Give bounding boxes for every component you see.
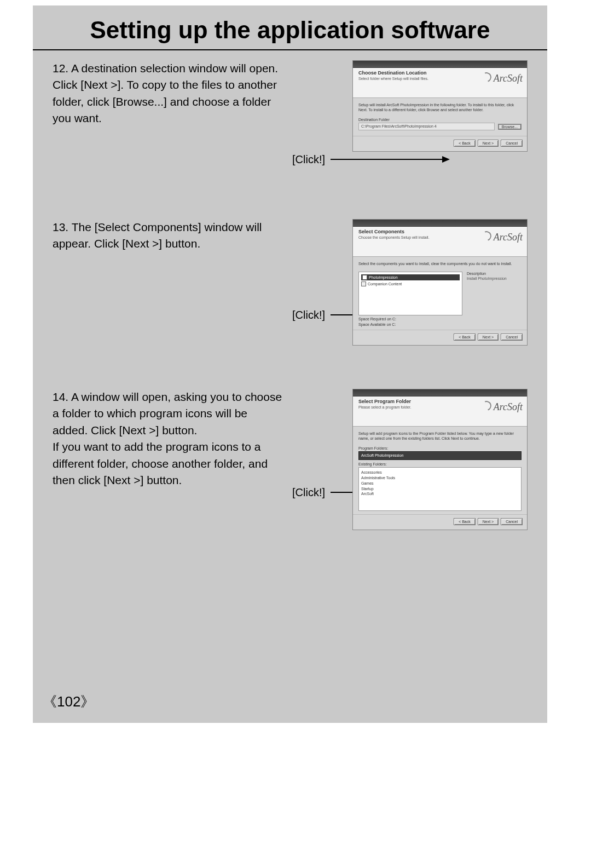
- arcsoft-logo: ArcSoft: [482, 231, 523, 243]
- arcsoft-logo: ArcSoft: [482, 401, 523, 413]
- screenshot-12-header: Choose Destination Location Select folde…: [353, 68, 527, 98]
- screenshot-13-heading: Select Components: [358, 229, 478, 234]
- cancel-button[interactable]: Cancel: [501, 518, 523, 525]
- step-14-number: 14.: [53, 390, 68, 403]
- screenshot-14-paragraph: Setup will add program icons to the Prog…: [358, 431, 522, 441]
- step-12-body: A destination selection window will open…: [53, 62, 278, 124]
- step-12-text: 12. A destination selection window will …: [53, 60, 282, 127]
- title-rule: [33, 49, 547, 50]
- browse-button[interactable]: Browse...: [498, 124, 522, 130]
- screenshot-12-footer: < Back Next > Cancel: [353, 136, 527, 151]
- step-13-body: The [Select Components] window will appe…: [53, 221, 262, 250]
- step-13-number: 13.: [53, 221, 68, 233]
- program-folder-label: Program Folders:: [358, 446, 522, 450]
- screenshot-13-titlebar: [353, 220, 527, 227]
- page-number: 102: [43, 692, 95, 711]
- back-button[interactable]: < Back: [454, 518, 476, 525]
- step-12-click-label: [Click!]: [292, 153, 325, 166]
- next-button[interactable]: Next >: [478, 334, 499, 341]
- screenshot-13-body: Select the components you want to instal…: [353, 257, 527, 330]
- page-content-frame: Setting up the application software 12. …: [33, 5, 547, 723]
- screenshot-12-path: C:\Program Files\ArcSoft\PhotoImpression…: [358, 123, 495, 130]
- screenshot-13-footer: < Back Next > Cancel: [353, 330, 527, 345]
- screenshot-12-dest-label: Destination Folder: [358, 118, 522, 122]
- screenshot-14-titlebar: [353, 389, 527, 396]
- screenshot-14: Select Program Folder Please select a pr…: [352, 389, 528, 530]
- existing-folders-label: Existing Folders:: [358, 462, 522, 466]
- screenshot-13-header: Select Components Choose the components …: [353, 227, 527, 257]
- step-12-row: 12. A destination selection window will …: [53, 60, 528, 181]
- step-12-number: 12.: [53, 62, 68, 74]
- cancel-button[interactable]: Cancel: [501, 140, 523, 147]
- screenshot-14-footer: < Back Next > Cancel: [353, 514, 527, 530]
- screenshot-12-paragraph: Setup will install ArcSoft PhotoImpressi…: [358, 102, 522, 112]
- cancel-button[interactable]: Cancel: [501, 334, 523, 341]
- screenshot-13: Select Components Choose the components …: [352, 219, 528, 346]
- screenshot-14-heading: Select Program Folder: [358, 399, 478, 404]
- screenshot-12: Choose Destination Location Select folde…: [352, 60, 528, 152]
- back-button[interactable]: < Back: [454, 334, 476, 341]
- step-13-click-label: [Click!]: [292, 309, 325, 321]
- step-14-text: 14. A window will open, asking you to ch…: [53, 389, 282, 489]
- page-title: Setting up the application software: [33, 16, 547, 44]
- components-list[interactable]: PhotoImpression Companion Content: [358, 272, 462, 315]
- screenshot-12-heading: Choose Destination Location: [358, 70, 478, 76]
- description-label: Description: [467, 272, 522, 275]
- screenshot-13-paragraph: Select the components you want to instal…: [358, 261, 522, 266]
- back-button[interactable]: < Back: [454, 140, 476, 147]
- screenshot-12-titlebar: [353, 61, 527, 68]
- manual-page: Setting up the application software 12. …: [0, 0, 591, 868]
- screenshot-12-body: Setup will install ArcSoft PhotoImpressi…: [353, 98, 527, 136]
- next-button[interactable]: Next >: [478, 518, 499, 525]
- screenshot-14-header: Select Program Folder Please select a pr…: [353, 396, 527, 427]
- screenshot-14-subheading: Please select a program folder.: [358, 405, 478, 409]
- screenshot-14-body: Setup will add program icons to the Prog…: [353, 427, 527, 514]
- screenshot-12-subheading: Select folder where Setup will install f…: [358, 77, 478, 81]
- existing-folders-list[interactable]: Accessories Administrative Tools Games S…: [358, 467, 522, 511]
- step-14-body: A window will open, asking you to choose…: [53, 390, 282, 486]
- arcsoft-logo: ArcSoft: [482, 72, 523, 84]
- step-13-row: 13. The [Select Components] window will …: [53, 219, 528, 356]
- program-folder-input[interactable]: ArcSoft PhotoImpression: [358, 451, 522, 460]
- next-button[interactable]: Next >: [478, 140, 499, 147]
- step-14-click-label: [Click!]: [292, 486, 325, 499]
- screenshot-13-subheading: Choose the components Setup will install…: [358, 235, 478, 239]
- description-text: Install PhotoImpression: [467, 277, 522, 280]
- step-12-arrow: [331, 159, 449, 160]
- step-14-row: 14. A window will open, asking you to ch…: [53, 389, 528, 531]
- step-13-text: 13. The [Select Components] window will …: [53, 219, 282, 252]
